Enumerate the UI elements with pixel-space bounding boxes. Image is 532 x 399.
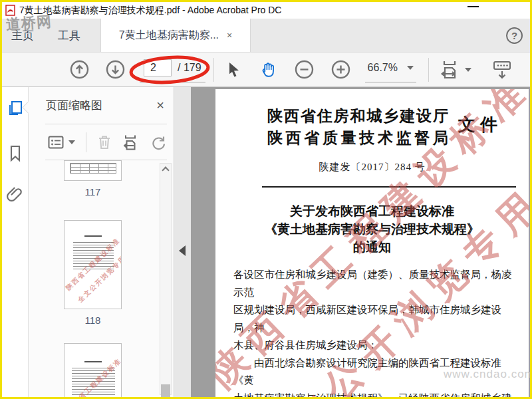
delete-pages-button[interactable] bbox=[97, 134, 112, 150]
tab-bar: 主页 工具 7黄土地基病害勘察... × ? bbox=[2, 19, 530, 52]
title-bar: 7黄土地基病害勘察与治理技术规程.pdf - Adobe Acrobat Pro… bbox=[2, 2, 530, 19]
scroll-up-icon[interactable] bbox=[162, 166, 169, 174]
thumbnails-panel: 页面缩略图 × bbox=[29, 87, 174, 397]
content-area: 页面缩略图 × bbox=[2, 87, 530, 397]
pdf-page: 陕西省住房和城乡建设厅 陕西省质量技术监督局 文件 陕建发〔2017〕284 号… bbox=[215, 89, 529, 397]
thumbnail-label: 118 bbox=[85, 315, 101, 326]
toolbar-dock-button[interactable] bbox=[491, 60, 513, 80]
thumbnail-page-117[interactable] bbox=[64, 160, 122, 181]
panel-scrollbar[interactable] bbox=[160, 163, 172, 395]
chevron-down-icon[interactable] bbox=[465, 68, 471, 72]
rotate-counterclockwise-icon bbox=[150, 134, 166, 150]
body-line: 区规划建设局，西咸新区建设环保局，韩城市住房城乡建设局，神 bbox=[233, 301, 519, 336]
rotate-pages-button[interactable] bbox=[150, 134, 166, 150]
select-tool-button[interactable] bbox=[226, 61, 242, 78]
scrollbar-thumb[interactable] bbox=[161, 384, 170, 398]
extract-pages-button[interactable] bbox=[122, 134, 140, 151]
page-extract-icon bbox=[122, 134, 140, 151]
chevron-down-icon bbox=[68, 140, 75, 144]
thumbnail-label: 117 bbox=[85, 186, 101, 198]
minimize-button[interactable] bbox=[467, 6, 479, 7]
document-tag: 文件 bbox=[458, 113, 502, 136]
bookmark-icon bbox=[7, 144, 24, 163]
cursor-arrow-icon bbox=[226, 61, 242, 78]
divider bbox=[86, 132, 86, 152]
thumbnail-list: 117 陕西省工程建设标准 全文公开浏览专用 118 陕西省工程建设标准 bbox=[29, 160, 156, 397]
toolbar-separator bbox=[213, 58, 214, 82]
panel-splitter[interactable] bbox=[174, 87, 191, 397]
header-line1: 陕西省住房和城乡建设厅 bbox=[267, 105, 448, 127]
divider bbox=[262, 186, 516, 188]
url-watermark: www.cndao.com bbox=[444, 368, 532, 381]
chevron-down-icon bbox=[407, 66, 414, 70]
zoom-out-button[interactable] bbox=[295, 60, 314, 79]
thumbnail-content bbox=[70, 163, 116, 174]
title-line1: 关于发布陕西省工程建设标准 bbox=[215, 202, 529, 220]
plus-circle-icon bbox=[331, 60, 350, 79]
previous-page-button[interactable] bbox=[70, 60, 89, 79]
bookmarks-nav-button[interactable] bbox=[7, 144, 24, 163]
panel-close-icon[interactable]: × bbox=[156, 98, 164, 113]
options-list-icon bbox=[48, 136, 64, 149]
page-thumbnails-nav-button[interactable] bbox=[7, 100, 24, 117]
zoom-level-value: 66.7% bbox=[368, 62, 398, 74]
navigation-rail bbox=[2, 87, 29, 397]
help-button[interactable]: ? bbox=[506, 27, 523, 44]
title-line3: 的通知 bbox=[215, 238, 529, 256]
next-page-button[interactable] bbox=[106, 60, 125, 79]
body-line: 各设区市住房和城乡建设局（建委）、质量技术监督局，杨凌示范 bbox=[233, 266, 519, 301]
arrow-down-circle-icon bbox=[106, 60, 125, 79]
pages-icon bbox=[7, 100, 24, 117]
panel-title: 页面缩略图 bbox=[46, 98, 102, 113]
site-watermark: 道桥网 bbox=[5, 12, 53, 35]
hand-tool-button[interactable] bbox=[259, 61, 277, 78]
paperclip-icon bbox=[7, 186, 24, 204]
window-title: 7黄土地基病害勘察与治理技术规程.pdf - Adobe Acrobat Pro… bbox=[19, 5, 281, 17]
thumbnail-page-119[interactable]: 陕西省工程建设标准 bbox=[64, 343, 122, 397]
minus-circle-icon bbox=[295, 60, 314, 79]
arrow-up-circle-icon bbox=[70, 60, 89, 79]
title-line2: 《黄土地基病害勘察与治理技术规程》 bbox=[215, 220, 529, 238]
tab-close-icon[interactable]: × bbox=[227, 30, 232, 41]
zoom-in-button[interactable] bbox=[331, 60, 350, 79]
trash-icon bbox=[97, 134, 112, 150]
thumbnail-page-118[interactable]: 陕西省工程建设标准 全文公开浏览专用 bbox=[64, 220, 122, 309]
reference-number: 陕建发〔2017〕284 号 bbox=[215, 161, 529, 174]
tab-tools[interactable]: 工具 bbox=[58, 19, 80, 52]
page-number-input[interactable]: 2 bbox=[144, 59, 172, 76]
page-display-button[interactable] bbox=[440, 59, 460, 80]
zoom-level-dropdown[interactable]: 66.7% bbox=[365, 57, 416, 82]
body-line: 木县、府谷县住房城乡建设局： bbox=[233, 336, 519, 354]
acrobat-window: 7黄土地基病害勘察与治理技术规程.pdf - Adobe Acrobat Pro… bbox=[0, 0, 532, 399]
panel-toolbar bbox=[29, 124, 174, 160]
hand-tool-icon bbox=[259, 61, 277, 78]
page-total-label: / 179 bbox=[178, 62, 201, 74]
question-icon: ? bbox=[511, 30, 517, 41]
attachments-nav-button[interactable] bbox=[7, 186, 24, 204]
page-navigation: 2 / 179 bbox=[140, 57, 205, 82]
panel-header: 页面缩略图 × bbox=[29, 87, 174, 124]
notice-title: 关于发布陕西省工程建设标准 《黄土地基病害勘察与治理技术规程》 的通知 bbox=[215, 202, 529, 256]
collapse-panel-icon[interactable] bbox=[179, 245, 186, 256]
fit-width-icon bbox=[440, 59, 460, 80]
document-view[interactable]: 陕西省住房和城乡建设厅 陕西省质量技术监督局 文件 陕建发〔2017〕284 号… bbox=[191, 87, 530, 397]
thumbnail-content bbox=[84, 235, 102, 237]
toolbar-separator bbox=[428, 58, 429, 82]
tab-document-label: 7黄土地基病害勘察... bbox=[119, 29, 219, 43]
tab-document[interactable]: 7黄土地基病害勘察... × bbox=[100, 19, 251, 52]
header-line2: 陕西省质量技术监督局 bbox=[267, 127, 448, 149]
document-header: 陕西省住房和城乡建设厅 陕西省质量技术监督局 bbox=[267, 105, 448, 149]
dock-toolbar-icon bbox=[491, 60, 513, 80]
thumbnail-content bbox=[84, 361, 102, 362]
body-line: 土地基病害勘察与治理技术规程》，已经陕西省住房和城乡建设 bbox=[233, 390, 519, 398]
main-toolbar: 2 / 179 66.7% bbox=[2, 52, 530, 87]
thumbnail-options-button[interactable] bbox=[48, 136, 75, 149]
